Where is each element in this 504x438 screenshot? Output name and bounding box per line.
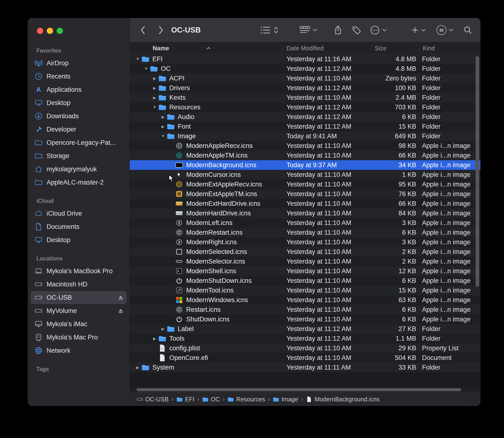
sidebar-item-desktop[interactable]: Desktop <box>31 96 126 110</box>
plist-icon <box>158 344 166 352</box>
horizontal-scrollbar[interactable] <box>130 387 480 392</box>
vertical-scrollbar-thumb[interactable] <box>476 56 479 287</box>
close-window-button[interactable] <box>37 28 43 34</box>
view-options-button[interactable] <box>260 26 278 35</box>
column-header-kind[interactable]: Kind <box>423 45 435 52</box>
disclosure-closed-icon[interactable]: ▶ <box>151 76 158 81</box>
disclosure-open-icon[interactable]: ▼ <box>134 57 141 61</box>
file-row-modernright-icns[interactable]: ModernRight.icnsYesterday at 11:10 AM3 K… <box>130 237 480 247</box>
pathbar-item-image[interactable]: Image <box>273 396 298 403</box>
file-row-audio[interactable]: ▶AudioYesterday at 11:12 AM6 KBFolder <box>130 112 480 122</box>
column-header-name[interactable]: Name <box>153 45 169 52</box>
sidebar-item-storage[interactable]: Storage <box>31 149 126 162</box>
account-button[interactable]: M <box>436 25 453 35</box>
disclosure-closed-icon[interactable]: ▶ <box>151 95 158 100</box>
group-by-button[interactable] <box>299 26 317 35</box>
file-row-modernleft-icns[interactable]: ModernLeft.icnsYesterday at 11:10 AM3 KB… <box>130 218 480 228</box>
sidebar-item-mykolagrymalyuk[interactable]: mykolagrymalyuk <box>31 163 126 176</box>
disclosure-closed-icon[interactable]: ▶ <box>160 327 167 331</box>
file-row-oc[interactable]: ▼OCYesterday at 11:12 AM4.8 MBFolder <box>130 64 480 74</box>
tags-button[interactable] <box>352 26 361 34</box>
sidebar-item-oc-usb[interactable]: OC-USB <box>31 291 126 304</box>
pathbar-item-oc[interactable]: OC <box>202 396 220 403</box>
sidebar-item-desktop[interactable]: Desktop <box>31 233 126 246</box>
file-row-acpi[interactable]: ▶ACPIYesterday at 11:10 AMZero bytesFold… <box>130 74 480 83</box>
file-row-moderntool-icns[interactable]: ModernTool.icnsYesterday at 11:10 AM15 K… <box>130 285 480 295</box>
file-row-resources[interactable]: ▼ResourcesYesterday at 11:12 AM703 KBFol… <box>130 102 480 112</box>
disclosure-closed-icon[interactable]: ▶ <box>151 336 158 341</box>
column-header-size[interactable]: Size <box>375 45 387 52</box>
disclosure-closed-icon[interactable]: ▶ <box>160 124 167 129</box>
file-name: OC <box>161 65 171 73</box>
harddrive-gray-icon <box>175 209 183 217</box>
sidebar-item-opencore-legacy-pat[interactable]: Opencore-Legacy-Pat... <box>31 136 126 149</box>
column-resize-handle[interactable] <box>371 44 371 52</box>
disclosure-open-icon[interactable]: ▼ <box>143 66 150 71</box>
file-name-cell: ▼Resources <box>130 103 200 111</box>
file-row-modernbackground-icns[interactable]: ModernBackground.icnsToday at 9:37 AM34 … <box>130 160 480 170</box>
file-row-modernappletm-icns[interactable]: ModernAppleTM.icnsYesterday at 11:10 AM6… <box>130 151 480 160</box>
sidebar-item-myvolume[interactable]: MyVolume <box>31 304 126 317</box>
file-row-config-plist[interactable]: config.plistYesterday at 11:10 AM29 KBPr… <box>130 343 480 353</box>
file-row-modernselector-icns[interactable]: ModernSelector.icnsYesterday at 11:10 AM… <box>130 257 480 266</box>
sidebar-item-mykola-s-macbook-pro[interactable]: Mykola’s MacBook Pro <box>31 264 126 278</box>
pathbar-item-oc-usb[interactable]: OC-USB <box>137 396 169 403</box>
eject-button[interactable] <box>118 295 124 301</box>
file-row-kexts[interactable]: ▶KextsYesterday at 11:10 AM2.4 MBFolder <box>130 93 480 102</box>
file-row-modernextharddrive-icns[interactable]: ModernExtHardDrive.icnsYesterday at 11:1… <box>130 199 480 208</box>
sidebar-item-developer[interactable]: Developer <box>31 123 126 136</box>
back-button[interactable] <box>140 25 146 35</box>
forward-button[interactable] <box>158 25 164 35</box>
pathbar-item-efi[interactable]: EFI <box>176 396 194 403</box>
disclosure-open-icon[interactable]: ▼ <box>160 134 167 138</box>
eject-button[interactable] <box>118 308 124 314</box>
sidebar-item-documents[interactable]: Documents <box>31 220 126 233</box>
sidebar-item-downloads[interactable]: Downloads <box>31 110 126 123</box>
file-row-shutdown-icns[interactable]: ShutDown.icnsYesterday at 11:10 AM6 KBAp… <box>130 314 480 324</box>
file-row-modernextapplerecv-icns[interactable]: ModernExtAppleRecv.icnsYesterday at 11:1… <box>130 179 480 189</box>
column-resize-handle[interactable] <box>282 44 282 52</box>
file-row-modernrestart-icns[interactable]: ModernRestart.icnsYesterday at 11:10 AM6… <box>130 228 480 237</box>
sidebar-item-icloud-drive[interactable]: iCloud Drive <box>31 207 126 220</box>
file-row-drivers[interactable]: ▶DriversYesterday at 11:12 AM100 KBFolde… <box>130 83 480 93</box>
pathbar-item-resources[interactable]: Resources <box>228 396 265 403</box>
disclosure-closed-icon[interactable]: ▶ <box>134 365 141 370</box>
file-row-modernselected-icns[interactable]: ModernSelected.icnsYesterday at 11:10 AM… <box>130 247 480 257</box>
file-row-opencore-efi[interactable]: OpenCore.efiYesterday at 11:10 AM504 KBD… <box>130 353 480 362</box>
share-button[interactable] <box>334 25 342 35</box>
file-row-label[interactable]: ▶LabelYesterday at 11:12 AM27 KBFolder <box>130 324 480 334</box>
file-row-modernshutdown-icns[interactable]: ModernShutDown.icnsYesterday at 11:10 AM… <box>130 276 480 285</box>
minimize-window-button[interactable] <box>47 28 53 34</box>
more-actions-button[interactable] <box>370 25 387 35</box>
file-row-efi[interactable]: ▼EFIYesterday at 11:16 AM4.8 MBFolder <box>130 54 480 64</box>
sidebar-item-macintosh-hd[interactable]: Macintosh HD <box>31 278 126 291</box>
column-resize-handle[interactable] <box>419 44 419 52</box>
sidebar-item-applealc-master-2[interactable]: AppleALC-master-2 <box>31 176 126 189</box>
zoom-window-button[interactable] <box>57 28 63 34</box>
file-row-modernextappletm-icns[interactable]: ModernExtAppleTM.icnsYesterday at 11:10 … <box>130 189 480 199</box>
file-row-modernharddrive-icns[interactable]: ModernHardDrive.icnsYesterday at 11:10 A… <box>130 208 480 218</box>
sidebar-item-applications[interactable]: AApplications <box>31 83 126 96</box>
sidebar-item-airdrop[interactable]: AirDrop <box>31 57 126 70</box>
disclosure-closed-icon[interactable]: ▶ <box>151 86 158 90</box>
file-row-system[interactable]: ▶SystemYesterday at 11:11 AM33 KBFolder <box>130 362 480 372</box>
sidebar-item-recents[interactable]: Recents <box>31 70 126 83</box>
horizontal-scrollbar-thumb[interactable] <box>137 388 461 391</box>
file-row-font[interactable]: ▶FontYesterday at 11:12 AM15 KBFolder <box>130 122 480 131</box>
pathbar-item-modernbackground-icns[interactable]: ModernBackground.icns <box>306 396 380 403</box>
add-button[interactable] <box>412 26 426 34</box>
search-button[interactable] <box>463 26 472 34</box>
disclosure-open-icon[interactable]: ▼ <box>151 105 158 110</box>
file-row-moderncursor-icns[interactable]: ModernCursor.icnsYesterday at 11:10 AM1 … <box>130 170 480 179</box>
file-row-modernshell-icns[interactable]: ModernShell.icnsYesterday at 11:10 AM12 … <box>130 266 480 276</box>
sidebar-item-mykola-s-mac-pro[interactable]: Mykola’s Mac Pro <box>31 331 126 344</box>
sidebar-item-network[interactable]: Network <box>31 344 126 357</box>
file-row-modernwindows-icns[interactable]: ModernWindows.icnsYesterday at 11:10 AM6… <box>130 295 480 305</box>
file-row-tools[interactable]: ▶ToolsYesterday at 11:12 AM1.1 MBFolder <box>130 334 480 343</box>
file-row-restart-icns[interactable]: Restart.icnsYesterday at 11:10 AM6 KBApp… <box>130 305 480 314</box>
disclosure-closed-icon[interactable]: ▶ <box>160 115 167 119</box>
file-row-image[interactable]: ▼ImageToday at 9:41 AM649 KBFolder <box>130 131 480 141</box>
column-header-date-modified[interactable]: Date Modified <box>286 45 324 52</box>
sidebar-item-mykola-s-imac[interactable]: Mykola’s iMac <box>31 318 126 330</box>
file-row-modernapplerecv-icns[interactable]: ModernAppleRecv.icnsYesterday at 11:10 A… <box>130 141 480 151</box>
